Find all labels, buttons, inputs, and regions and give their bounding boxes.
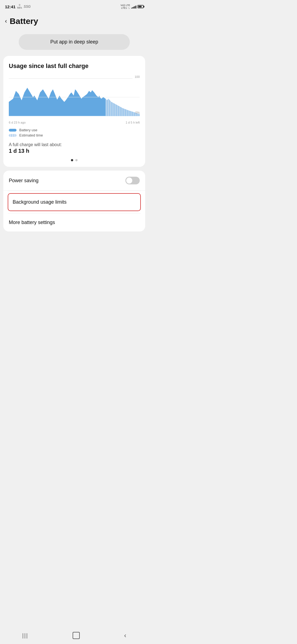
back-button[interactable]: ‹ bbox=[4, 17, 8, 26]
chart-label-100: 100 bbox=[135, 75, 140, 78]
legend-label-battery: Battery use bbox=[19, 128, 37, 132]
dot-2 bbox=[75, 159, 78, 161]
legend-color-solid bbox=[9, 129, 16, 132]
chart-time-labels: 6 d 23 h ago 1 d 5 h left bbox=[9, 121, 140, 124]
background-usage-wrapper: Background usage limits bbox=[3, 191, 145, 213]
dot-1 bbox=[71, 159, 73, 161]
network-type: SSG bbox=[24, 5, 31, 9]
chart-legend: Battery use Estimated time bbox=[9, 128, 140, 137]
network-info: 0 kB/s bbox=[17, 4, 22, 9]
charge-estimate-value: 1 d 13 h bbox=[9, 148, 140, 154]
nav-spacer bbox=[0, 235, 148, 255]
status-right: Vo)) LTE LTE1 ↑↓ bbox=[120, 4, 144, 9]
legend-estimated: Estimated time bbox=[9, 133, 140, 137]
chart-time-end: 1 d 5 h left bbox=[126, 121, 140, 124]
charge-estimate-label: A full charge will last about: bbox=[9, 142, 140, 147]
chart-time-start: 6 d 23 h ago bbox=[9, 121, 26, 124]
legend-battery-use: Battery use bbox=[9, 128, 140, 132]
status-left: 12:41 0 kB/s SSG bbox=[5, 4, 31, 9]
pagination-dots bbox=[9, 159, 140, 161]
background-usage-label: Background usage limits bbox=[13, 199, 67, 205]
usage-card: Usage since last full charge 100 bbox=[3, 56, 145, 167]
lte-info: Vo)) LTE LTE1 ↑↓ bbox=[120, 4, 130, 9]
power-saving-toggle[interactable] bbox=[125, 177, 140, 184]
legend-label-estimated: Estimated time bbox=[19, 133, 43, 137]
legend-color-striped bbox=[9, 134, 16, 137]
usage-card-title: Usage since last full charge bbox=[9, 62, 140, 70]
status-bar: 12:41 0 kB/s SSG Vo)) LTE LTE1 ↑↓ bbox=[0, 0, 148, 12]
signal-icon bbox=[131, 5, 136, 9]
more-battery-label: More battery settings bbox=[9, 220, 55, 225]
battery-chart-svg bbox=[9, 75, 140, 119]
toggle-knob bbox=[126, 178, 132, 184]
power-saving-item[interactable]: Power saving bbox=[3, 171, 145, 191]
deep-sleep-button[interactable]: Put app in deep sleep bbox=[19, 34, 130, 50]
deep-sleep-section: Put app in deep sleep bbox=[0, 31, 148, 56]
status-time: 12:41 bbox=[5, 4, 15, 9]
page-title: Battery bbox=[10, 17, 38, 26]
chart-line-100 bbox=[9, 78, 133, 79]
settings-card: Power saving Background usage limits Mor… bbox=[3, 171, 145, 231]
background-usage-item[interactable]: Background usage limits bbox=[8, 194, 140, 211]
more-battery-item[interactable]: More battery settings bbox=[3, 214, 145, 231]
battery-icon bbox=[138, 5, 144, 8]
power-saving-label: Power saving bbox=[9, 178, 38, 184]
battery-chart: 100 0% bbox=[9, 75, 140, 119]
charge-estimate: A full charge will last about: 1 d 13 h bbox=[9, 142, 140, 154]
chart-label-0: 0% bbox=[135, 111, 140, 114]
header: ‹ Battery bbox=[0, 12, 148, 31]
background-usage-highlight: Background usage limits bbox=[8, 193, 141, 211]
